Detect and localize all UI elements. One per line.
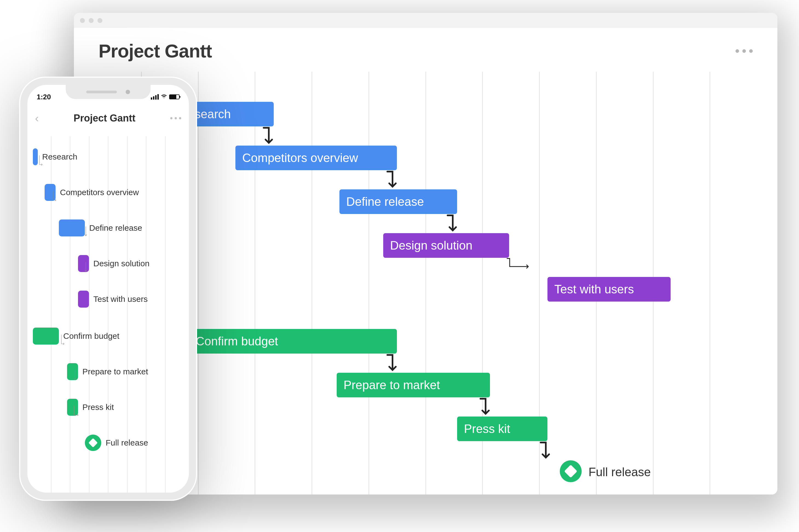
window-maximize-icon[interactable] bbox=[97, 18, 102, 23]
dependency-arrow-icon bbox=[57, 335, 69, 346]
ellipsis-dot-icon bbox=[175, 117, 177, 119]
task-bar-define[interactable]: Define release bbox=[339, 189, 457, 214]
dependency-arrow-icon bbox=[71, 370, 82, 381]
ellipsis-dot-icon bbox=[736, 49, 739, 53]
window-close-icon[interactable] bbox=[80, 18, 85, 23]
task-bar-test[interactable]: Test with users bbox=[548, 277, 671, 302]
dependency-arrow-icon bbox=[386, 170, 408, 192]
task-label: Prepare to market bbox=[82, 367, 148, 376]
page-title: Project Gantt bbox=[98, 40, 212, 61]
task-label: Define release bbox=[89, 223, 142, 233]
dependency-arrow-icon bbox=[82, 227, 93, 238]
task-bar-define[interactable] bbox=[59, 220, 85, 236]
task-label: Research bbox=[42, 152, 77, 162]
dependency-arrow-icon bbox=[386, 354, 408, 376]
ellipsis-dot-icon bbox=[742, 49, 746, 53]
milestone-release-icon[interactable] bbox=[85, 435, 101, 451]
desktop-header: Project Gantt bbox=[74, 28, 777, 66]
wifi-icon bbox=[161, 94, 167, 100]
dependency-arrow-icon bbox=[82, 262, 93, 273]
ellipsis-dot-icon bbox=[170, 117, 172, 119]
task-label: Press kit bbox=[464, 422, 510, 436]
camera-icon bbox=[126, 90, 130, 94]
milestone-label: Full release bbox=[106, 438, 148, 448]
task-label: Confirm budget bbox=[63, 331, 119, 341]
more-menu-button[interactable] bbox=[170, 117, 181, 119]
phone-gantt: Research Competitors overview bbox=[27, 136, 189, 493]
task-label: Press kit bbox=[82, 402, 114, 412]
dependency-arrow-icon bbox=[501, 258, 523, 280]
window-minimize-icon[interactable] bbox=[89, 18, 94, 23]
phone-header: ‹ Project Gantt bbox=[27, 106, 189, 130]
task-label: Define release bbox=[346, 195, 424, 209]
dependency-arrow-icon bbox=[71, 406, 82, 417]
ellipsis-dot-icon bbox=[179, 117, 181, 119]
dependency-arrow-icon bbox=[262, 127, 284, 148]
cell-signal-icon bbox=[151, 94, 159, 100]
dependency-arrow-icon bbox=[446, 214, 468, 236]
task-bar-prepare[interactable]: Prepare to market bbox=[337, 373, 490, 397]
status-time: 1:20 bbox=[37, 93, 51, 101]
dependency-arrow-icon bbox=[539, 441, 561, 463]
task-label: Design solution bbox=[390, 239, 473, 252]
task-label: Design solution bbox=[93, 259, 150, 268]
task-label: Competitors overview bbox=[60, 188, 139, 197]
phone-title: Project Gantt bbox=[74, 113, 135, 124]
task-label: Confirm budget bbox=[196, 335, 278, 348]
task-bar-press[interactable]: Press kit bbox=[457, 417, 548, 441]
dependency-arrow-icon bbox=[36, 155, 46, 166]
speaker-icon bbox=[86, 91, 117, 93]
phone-notch bbox=[66, 85, 151, 99]
milestone-label: Full release bbox=[589, 465, 651, 479]
task-bar-design[interactable]: Design solution bbox=[383, 233, 509, 258]
back-chevron-icon[interactable]: ‹ bbox=[35, 113, 39, 124]
phone-screen: 1:20 ‹ Project Gantt bbox=[27, 85, 189, 493]
task-label: Test with users bbox=[93, 294, 148, 304]
task-label: Competitors overview bbox=[242, 151, 358, 165]
milestone-release-icon[interactable] bbox=[560, 460, 582, 482]
task-bar-test[interactable] bbox=[78, 291, 89, 308]
ellipsis-dot-icon bbox=[749, 49, 753, 53]
phone-mockup: 1:20 ‹ Project Gantt bbox=[19, 77, 197, 501]
task-bar-confirm[interactable] bbox=[33, 327, 59, 344]
task-label: Prepare to market bbox=[344, 378, 440, 392]
task-bar-confirm[interactable]: Confirm budget bbox=[189, 329, 397, 354]
dependency-arrow-icon bbox=[479, 397, 501, 419]
task-bar-competitors[interactable]: Competitors overview bbox=[235, 146, 397, 170]
battery-icon bbox=[169, 94, 179, 99]
more-menu-button[interactable] bbox=[736, 49, 758, 53]
task-label: Test with users bbox=[554, 282, 634, 296]
dependency-arrow-icon bbox=[49, 191, 60, 202]
window-titlebar bbox=[74, 13, 777, 28]
